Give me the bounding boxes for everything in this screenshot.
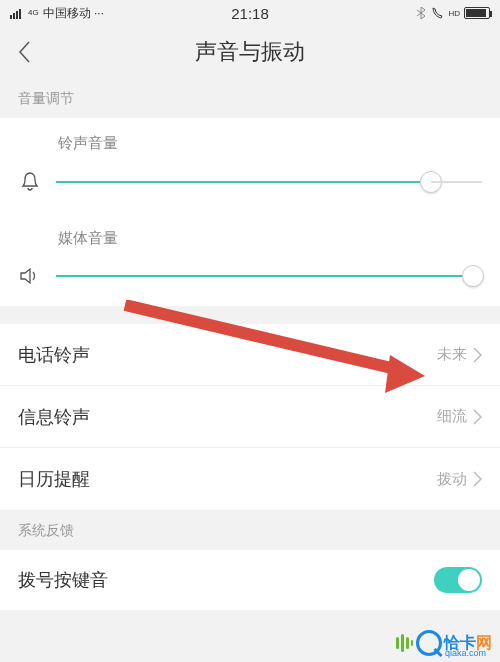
status-bar: 4G 中国移动 ··· 21:18 HD <box>0 0 500 26</box>
bell-icon <box>18 171 42 193</box>
chevron-right-icon <box>473 409 482 425</box>
section-header-feedback: 系统反馈 <box>0 510 500 550</box>
battery-icon <box>464 7 490 19</box>
carrier-label: 中国移动 ··· <box>43 5 104 22</box>
watermark-brand-suffix: 网 <box>476 633 492 654</box>
page-title: 声音与振动 <box>195 37 305 67</box>
chevron-left-icon <box>17 40 31 64</box>
status-right: HD <box>416 6 490 20</box>
phone-ringtone-row[interactable]: 电话铃声 未来 <box>0 324 500 386</box>
signal-icon <box>10 7 24 19</box>
status-left: 4G 中国移动 ··· <box>10 5 104 22</box>
dialpad-tone-row: 拨号按键音 <box>0 550 500 610</box>
media-volume-slider[interactable] <box>56 275 482 277</box>
back-button[interactable] <box>0 26 48 78</box>
calendar-reminder-value: 拨动 <box>437 470 467 489</box>
message-ringtone-row[interactable]: 信息铃声 细流 <box>0 386 500 448</box>
volume-sliders: 铃声音量 媒体音量 <box>0 118 500 306</box>
watermark: 恰卡 网 qiaka.com <box>394 630 492 656</box>
chevron-right-icon <box>473 347 482 363</box>
watermark-brand-cn: 恰卡 <box>444 633 476 654</box>
section-header-volume: 音量调节 <box>0 78 500 118</box>
chevron-right-icon <box>473 471 482 487</box>
svg-rect-0 <box>10 15 12 19</box>
phone-ringtone-title: 电话铃声 <box>18 343 90 367</box>
dialpad-tone-toggle[interactable] <box>434 567 482 593</box>
hd-label: HD <box>448 9 460 18</box>
watermark-search-icon <box>416 630 442 656</box>
svg-rect-8 <box>411 640 413 646</box>
svg-rect-2 <box>16 11 18 19</box>
ringer-volume-slider[interactable] <box>56 181 482 183</box>
svg-rect-7 <box>406 637 409 649</box>
ringer-volume-block: 铃声音量 <box>0 118 500 213</box>
phone-ringtone-value: 未来 <box>437 345 467 364</box>
svg-rect-3 <box>19 9 21 19</box>
watermark-logo-icon <box>394 633 414 653</box>
svg-rect-1 <box>13 13 15 19</box>
media-volume-label: 媒体音量 <box>58 229 482 248</box>
header: 声音与振动 <box>0 26 500 78</box>
bluetooth-icon <box>416 6 426 20</box>
calendar-reminder-title: 日历提醒 <box>18 467 90 491</box>
phone-hd-icon <box>430 6 444 20</box>
svg-rect-6 <box>401 634 404 652</box>
svg-rect-5 <box>396 637 399 649</box>
dialpad-tone-title: 拨号按键音 <box>18 568 108 592</box>
speaker-icon <box>18 266 42 286</box>
ringer-volume-label: 铃声音量 <box>58 134 482 153</box>
message-ringtone-value: 细流 <box>437 407 467 426</box>
media-volume-block: 媒体音量 <box>0 213 500 306</box>
watermark-domain: qiaka.com <box>445 648 486 658</box>
calendar-reminder-row[interactable]: 日历提醒 拨动 <box>0 448 500 510</box>
ringtone-list: 电话铃声 未来 信息铃声 细流 日历提醒 拨动 <box>0 324 500 510</box>
clock: 21:18 <box>231 5 269 22</box>
message-ringtone-title: 信息铃声 <box>18 405 90 429</box>
signal-label: 4G <box>28 10 39 16</box>
